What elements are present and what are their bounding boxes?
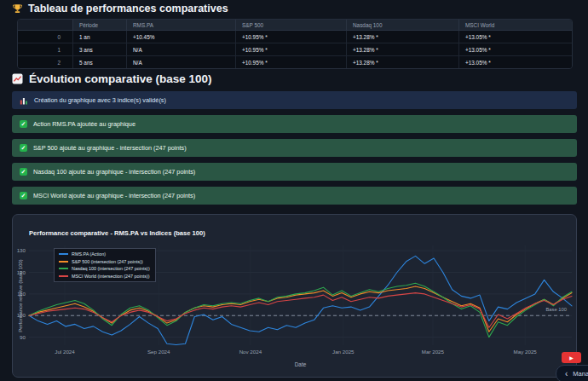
evolution-heading: Évolution comparative (base 100) <box>12 72 212 85</box>
column-header-sp500: S&P 500 <box>236 20 347 31</box>
legend-swatch <box>59 253 68 255</box>
performance-table-title: Tableau de performances comparatives <box>28 3 228 14</box>
chart-increasing-icon <box>12 73 23 84</box>
manage-button[interactable]: ‹ Manage <box>556 365 588 381</box>
check-icon: ✓ <box>20 120 27 128</box>
cell-rmspa: N/A <box>127 56 236 68</box>
cell-msci: +13.05% * <box>459 31 572 43</box>
index-column-header <box>18 20 73 31</box>
column-header-periode: Période <box>73 20 127 31</box>
cell-sp500: +10.95% * <box>236 56 347 68</box>
legend-label: S&P 500 (intersection (247 points)) <box>72 259 143 264</box>
table-row: 0 1 an +10.45% +10.95% * +13.28% * +13.0… <box>18 31 572 43</box>
x-tick-label: Jan 2025 <box>332 349 355 355</box>
column-header-msci: MSCI World <box>459 20 572 31</box>
row-index: 1 <box>18 43 73 56</box>
x-tick-label: Nov 2024 <box>239 349 262 355</box>
banner-text: Création du graphique avec 3 indice(s) v… <box>34 96 166 104</box>
x-tick-label: Sep 2024 <box>147 349 170 355</box>
comparison-chart-panel: 90100110120130Jul 2024Sep 2024Nov 2024Ja… <box>12 214 577 378</box>
x-tick-label: Mar 2025 <box>422 349 445 355</box>
cell-msci: +13.05% * <box>459 56 572 68</box>
cell-periode: 3 ans <box>73 43 127 56</box>
x-axis-label: Date <box>29 361 572 367</box>
cell-rmspa: N/A <box>127 43 236 56</box>
x-tick-label: Jul 2024 <box>55 349 75 355</box>
banner-chart-created: Création du graphique avec 3 indice(s) v… <box>12 91 577 109</box>
row-index: 2 <box>18 56 73 68</box>
check-icon: ✓ <box>20 192 27 199</box>
check-icon: ✓ <box>20 144 27 152</box>
banner-text: S&P 500 ajouté au graphique - intersecti… <box>33 144 187 152</box>
legend-swatch <box>59 275 68 277</box>
banner-rmspa-added: ✓ Action RMS.PA ajoutée au graphique <box>12 115 577 133</box>
bar-chart-icon <box>20 96 28 105</box>
trophy-icon <box>12 3 23 14</box>
play-icon: ▶ <box>569 355 574 361</box>
legend-label: MSCI World (intersection (247 points)) <box>72 274 150 279</box>
evolution-title: Évolution comparative (base 100) <box>29 72 212 85</box>
column-header-rmspa: RMS.PA <box>127 20 236 31</box>
y-tick-label: 90 <box>20 334 26 340</box>
banner-text: Action RMS.PA ajoutée au graphique <box>33 120 135 128</box>
cell-nasdaq: +13.28% * <box>347 56 459 68</box>
chart-title: Performance comparative - RMS.PA vs Indi… <box>29 229 205 237</box>
cell-periode: 1 an <box>73 31 127 43</box>
cell-msci: +13.05% * <box>459 43 572 56</box>
cell-sp500: +10.95% * <box>236 43 347 56</box>
line-chart: 90100110120130Jul 2024Sep 2024Nov 2024Ja… <box>13 215 576 377</box>
column-header-nasdaq: Nasdaq 100 <box>347 20 459 31</box>
chart-legend: RMS.PA (Action)S&P 500 (intersection (24… <box>54 248 156 282</box>
banner-nasdaq-added: ✓ Nasdaq 100 ajouté au graphique - inter… <box>12 163 577 181</box>
cell-nasdaq: +13.28% * <box>347 31 459 43</box>
performance-table: Période RMS.PA S&P 500 Nasdaq 100 MSCI W… <box>17 19 573 69</box>
legend-entry: MSCI World (intersection (247 points)) <box>59 274 150 279</box>
play-button[interactable]: ▶ <box>562 352 581 363</box>
legend-label: RMS.PA (Action) <box>72 251 106 257</box>
legend-entry: S&P 500 (intersection (247 points)) <box>59 259 150 264</box>
banner-sp500-added: ✓ S&P 500 ajouté au graphique - intersec… <box>12 139 577 157</box>
legend-entry: RMS.PA (Action) <box>59 251 150 257</box>
legend-swatch <box>59 261 68 263</box>
banner-text: MSCI World ajouté au graphique - interse… <box>33 192 195 199</box>
cell-periode: 5 ans <box>73 56 127 68</box>
x-tick-label: May 2025 <box>514 349 538 355</box>
y-axis-label: Performance relative (base 100) <box>18 259 23 332</box>
cell-nasdaq: +13.28% * <box>347 43 459 56</box>
table-row: 1 3 ans N/A +10.95% * +13.28% * +13.05% … <box>18 43 572 56</box>
table-header-row: Période RMS.PA S&P 500 Nasdaq 100 MSCI W… <box>18 20 572 31</box>
legend-swatch <box>59 268 68 269</box>
manage-button-label: Manage <box>573 370 588 378</box>
banner-msci-added: ✓ MSCI World ajouté au graphique - inter… <box>12 187 577 205</box>
cell-rmspa: +10.45% <box>127 31 236 43</box>
chevron-left-icon: ‹ <box>565 370 568 378</box>
legend-entry: Nasdaq 100 (intersection (247 points)) <box>59 266 150 271</box>
legend-label: Nasdaq 100 (intersection (247 points)) <box>72 266 150 271</box>
banner-text: Nasdaq 100 ajouté au graphique - interse… <box>33 168 195 176</box>
row-index: 0 <box>18 31 73 43</box>
table-row: 2 5 ans N/A +10.95% * +13.28% * +13.05% … <box>18 56 572 68</box>
cell-sp500: +10.95% * <box>236 31 347 43</box>
y-tick-label: 130 <box>17 247 26 253</box>
baseline-annotation: Base 100 <box>546 307 568 312</box>
performance-table-heading: Tableau de performances comparatives <box>12 3 228 14</box>
page: { "perf_table": { "title": "Tableau de p… <box>0 0 588 381</box>
check-icon: ✓ <box>20 168 27 176</box>
